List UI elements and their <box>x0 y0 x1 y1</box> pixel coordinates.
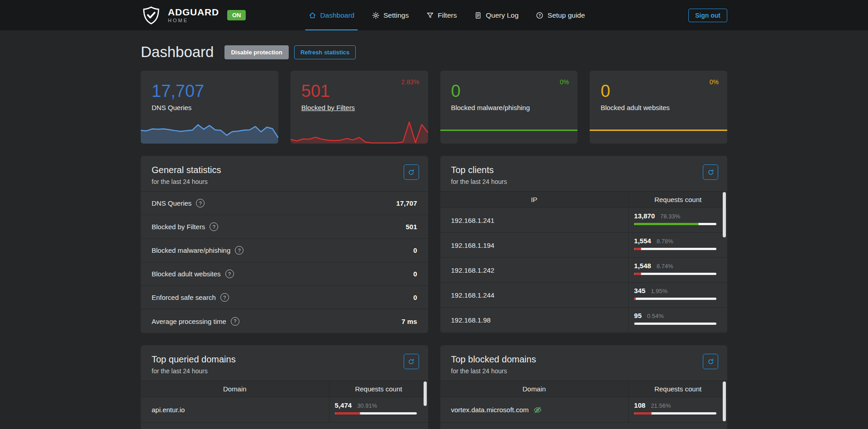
client-ip[interactable]: 192.168.1.98 <box>440 308 629 332</box>
main-nav: Dashboard Settings Filters Query Log <box>308 0 585 30</box>
refresh-panel-button[interactable] <box>703 354 718 369</box>
domain-name[interactable]: api.entur.io <box>141 397 329 422</box>
stat-row-label: Blocked by Filters <box>152 223 205 231</box>
column-header-domain: Domain <box>440 381 629 397</box>
title-row: Dashboard Disable protection Refresh sta… <box>141 43 727 61</box>
stat-row-value: 7 ms <box>401 318 417 325</box>
stat-row-label: Blocked adult websites <box>152 270 221 278</box>
eye-off-icon[interactable] <box>533 405 542 415</box>
client-ip[interactable]: 192.168.1.244 <box>440 283 629 307</box>
help-icon[interactable]: ? <box>196 199 205 207</box>
requests-bar <box>634 223 716 225</box>
top-blocked-domains-panel: Top blocked domains for the last 24 hour… <box>440 345 728 429</box>
refresh-panel-button[interactable] <box>703 164 718 180</box>
requests-count: 1,554 <box>634 237 651 245</box>
stat-row-value: 501 <box>405 223 417 231</box>
requests-percent: 8.74% <box>657 263 673 270</box>
stat-row: Blocked by Filters? 501 <box>141 215 428 239</box>
requests-count: 95 <box>634 312 642 319</box>
refresh-panel-button[interactable] <box>404 164 419 180</box>
requests-bar <box>634 248 716 250</box>
scrollbar-thumb[interactable] <box>723 381 726 421</box>
domain-name[interactable]: vortex.data.microsoft.com <box>451 406 529 414</box>
svg-text:?: ? <box>539 14 541 18</box>
question-circle-icon: ? <box>536 11 544 19</box>
stat-value: 17,707 <box>141 71 278 100</box>
navbar: ADGUARD HOME ON Dashboard Settings Filte… <box>0 0 868 30</box>
requests-bar <box>634 323 716 325</box>
client-ip[interactable]: 192.168.1.194 <box>440 233 629 257</box>
nav-item-settings[interactable]: Settings <box>372 0 409 30</box>
blocked-adult-sparkline <box>590 130 727 131</box>
stat-card-blocked-adult: 0 Blocked adult websites 0% <box>590 71 727 144</box>
client-row: 192.168.1.194 1,5548.78% <box>440 233 728 258</box>
panel-subtitle: for the last 24 hours <box>451 178 717 185</box>
home-icon <box>308 11 316 19</box>
help-icon[interactable]: ? <box>235 246 243 255</box>
domain-row: vortex.data.microsoft.com 10821.56% <box>440 397 728 423</box>
nav-item-dashboard[interactable]: Dashboard <box>308 0 354 30</box>
nav-item-label: Filters <box>438 11 457 19</box>
help-icon[interactable]: ? <box>225 270 234 278</box>
requests-percent: 30.91% <box>357 402 377 409</box>
help-icon[interactable]: ? <box>231 317 239 326</box>
panel-subtitle: for the last 24 hours <box>152 178 417 185</box>
help-icon[interactable]: ? <box>220 293 229 302</box>
stat-percent: 0% <box>560 78 569 86</box>
nav-item-label: Query Log <box>486 11 518 19</box>
panel-header: Top queried domains for the last 24 hour… <box>141 345 428 381</box>
requests-bar <box>335 412 417 415</box>
nav-item-query-log[interactable]: Query Log <box>474 0 518 30</box>
refresh-statistics-button[interactable]: Refresh statistics <box>294 45 356 59</box>
nav-item-label: Dashboard <box>320 11 354 19</box>
panel-subtitle: for the last 24 hours <box>451 367 717 375</box>
stat-card-dns-queries: 17,707 DNS Queries <box>141 71 278 144</box>
refresh-icon <box>707 169 715 176</box>
disable-protection-button[interactable]: Disable protection <box>224 45 288 59</box>
panel-header: General statistics for the last 24 hours <box>141 156 428 192</box>
document-icon <box>474 11 482 19</box>
blocked-by-filters-sparkline <box>291 119 428 144</box>
funnel-icon <box>426 11 434 19</box>
nav-item-setup-guide[interactable]: ? Setup guide <box>536 0 585 30</box>
requests-bar <box>634 273 716 275</box>
blocked-by-filters-link[interactable]: Blocked by Filters <box>301 104 355 111</box>
stat-label: DNS Queries <box>141 100 278 111</box>
client-ip[interactable]: 192.168.1.242 <box>440 258 629 282</box>
stat-value: 0 <box>590 71 727 100</box>
nav-item-label: Setup guide <box>548 11 585 19</box>
stat-row-label: DNS Queries <box>152 199 191 207</box>
scrollbar-thumb[interactable] <box>424 381 427 406</box>
panels-row: General statistics for the last 24 hours… <box>141 156 727 333</box>
domain-row: api.entur.io 5,47430.91% <box>141 397 428 423</box>
help-icon[interactable]: ? <box>210 222 218 231</box>
client-row: 192.168.1.244 3451.95% <box>440 283 728 308</box>
column-header-requests-count: Requests count <box>329 381 428 397</box>
refresh-panel-button[interactable] <box>404 354 419 369</box>
main-content: Dashboard Disable protection Refresh sta… <box>141 43 727 429</box>
stat-percent: 0% <box>710 78 719 86</box>
stat-row-label: Average processing time <box>152 318 226 325</box>
column-header-ip: IP <box>440 192 629 207</box>
stat-value: 0 <box>440 71 578 100</box>
sign-out-button[interactable]: Sign out <box>688 9 727 22</box>
client-ip[interactable]: 192.168.1.241 <box>440 208 629 232</box>
requests-count: 108 <box>634 401 645 409</box>
client-row: 192.168.1.241 13,87078.33% <box>440 208 728 233</box>
stat-percent: 2.83% <box>401 78 420 86</box>
nav-item-label: Settings <box>383 11 409 19</box>
stat-card-blocked-by-filters: 501 Blocked by Filters 2.83% <box>291 71 428 144</box>
requests-percent: 0.54% <box>647 313 664 319</box>
adguard-shield-icon <box>141 5 162 26</box>
nav-item-filters[interactable]: Filters <box>426 0 457 30</box>
table-header: IP Requests count <box>440 192 728 208</box>
stat-label: Blocked by Filters <box>291 100 428 111</box>
column-header-domain: Domain <box>141 381 329 397</box>
stat-row: Average processing time? 7 ms <box>141 309 428 333</box>
client-row: 192.168.1.98 950.54% <box>440 308 728 333</box>
requests-bar <box>634 412 716 415</box>
column-header-requests-count: Requests count <box>628 192 727 207</box>
stat-cards-row: 17,707 DNS Queries 501 Blocked by Filter… <box>141 71 727 144</box>
scrollbar-thumb[interactable] <box>723 192 726 237</box>
client-row: 192.168.1.242 1,5488.74% <box>440 258 728 283</box>
